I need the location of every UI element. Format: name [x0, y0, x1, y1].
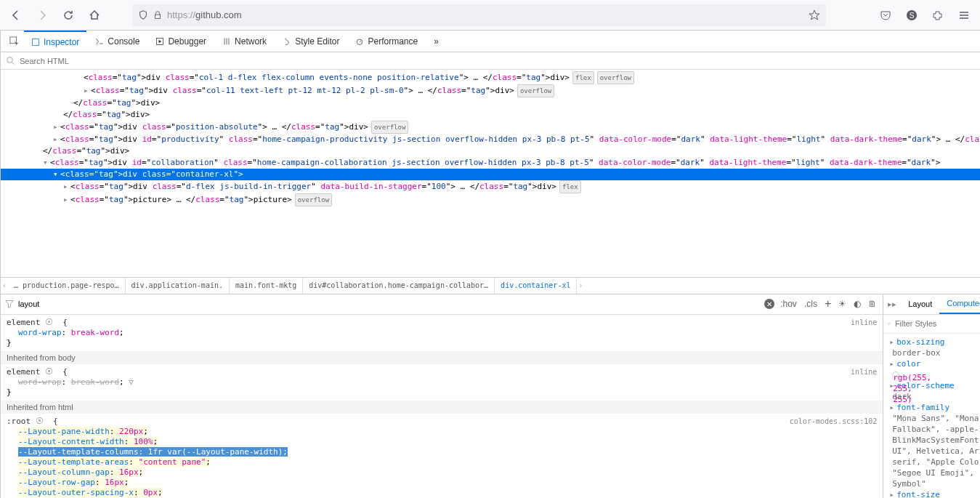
- dom-node[interactable]: </class="tag">div>: [1, 109, 980, 121]
- light-mode-icon[interactable]: ☀: [837, 297, 848, 310]
- devtools-tabs: Inspector Console Debugger Network Style…: [1, 31, 980, 52]
- svg-rect-4: [33, 39, 39, 45]
- pick-element-icon[interactable]: [7, 31, 23, 52]
- devtools: Inspector Console Debugger Network Style…: [0, 31, 980, 498]
- dom-node[interactable]: ▸<class="tag">div class="col-11 text-lef…: [1, 84, 980, 97]
- computed-filter-input[interactable]: [895, 319, 980, 328]
- computed-property[interactable]: ▸color rgb(255, 255, 255): [889, 358, 980, 380]
- account-icon[interactable]: S: [902, 5, 922, 25]
- clear-filter-icon[interactable]: ✕: [764, 299, 774, 309]
- pocket-icon[interactable]: [875, 5, 896, 25]
- tab-console[interactable]: Console: [88, 31, 147, 52]
- computed-property[interactable]: ▸font-family"Mona Sans", "Mona Sans Fall…: [889, 402, 980, 489]
- html-search-bar: +: [1, 52, 980, 70]
- breadcrumbs[interactable]: ‹ … production.page-respo… div.applicati…: [1, 277, 980, 294]
- shield-icon: [138, 10, 148, 20]
- crumb-item[interactable]: … production.page-respo…: [8, 278, 126, 294]
- svg-text:S: S: [910, 12, 915, 20]
- tab-computed[interactable]: Computed: [939, 294, 980, 314]
- menu-icon[interactable]: [954, 5, 974, 25]
- filter-icon: [888, 320, 891, 328]
- computed-property[interactable]: ▸font-size14px: [889, 489, 980, 499]
- dom-node[interactable]: ▸<class="tag">div id="productivity" clas…: [1, 134, 980, 145]
- dom-tree[interactable]: <class="tag">div class="col-1 d-flex fle…: [1, 70, 980, 277]
- tab-style-editor[interactable]: Style Editor: [275, 31, 347, 52]
- crumb-item[interactable]: div#collaboration.home-campaign-collabor…: [303, 278, 495, 294]
- computed-body[interactable]: ▸box-sizingborder-box▸color rgb(255, 255…: [883, 334, 980, 499]
- dom-node[interactable]: </class="tag">div>: [1, 145, 980, 157]
- computed-property[interactable]: ▸color-schemedark: [889, 380, 980, 402]
- add-rule-icon[interactable]: +: [823, 296, 833, 312]
- hov-toggle[interactable]: :hov: [779, 297, 798, 310]
- html-search-input[interactable]: [20, 57, 980, 65]
- tab-debugger[interactable]: Debugger: [148, 31, 214, 52]
- computed-panel: ▸▸ Layout Computed Changes Browser St. ▸…: [883, 294, 980, 499]
- sidebar-toggle-icon[interactable]: ▸▸: [883, 300, 901, 309]
- dom-node[interactable]: ▸<class="tag">div class="position-absolu…: [1, 121, 980, 134]
- extensions-icon[interactable]: [928, 5, 948, 25]
- tabs-overflow-icon[interactable]: »: [426, 31, 446, 52]
- url-bar[interactable]: https://github.com: [132, 4, 826, 26]
- dom-node[interactable]: <class="tag">div class="col-1 d-flex fle…: [1, 71, 980, 84]
- dom-node[interactable]: ▸<class="tag">picture> … </class="tag">p…: [1, 193, 980, 206]
- dark-mode-icon[interactable]: ◐: [852, 297, 862, 310]
- rules-body[interactable]: element ⦿ {inlineword-wrap: break-word;}…: [1, 315, 883, 499]
- svg-rect-0: [155, 15, 161, 18]
- filter-icon: [5, 300, 14, 308]
- svg-point-9: [7, 57, 13, 63]
- dom-node[interactable]: </class="tag">div>: [1, 97, 980, 109]
- bookmark-star-icon[interactable]: [809, 9, 820, 21]
- search-icon: [7, 57, 15, 65]
- rules-filter-input[interactable]: [18, 300, 760, 308]
- lock-icon: [153, 10, 163, 20]
- crumb-item[interactable]: div.container-xl: [495, 278, 577, 294]
- computed-property[interactable]: ▸box-sizingborder-box: [889, 337, 980, 358]
- rules-panel: ✕ :hov .cls + ☀ ◐ 🗎 element ⦿ {inlinewor…: [1, 294, 883, 499]
- tab-layout[interactable]: Layout: [901, 294, 939, 314]
- dom-node[interactable]: ▾<class="tag">div class="container-xl">: [1, 169, 980, 180]
- crumb-item[interactable]: div.application-main.: [126, 278, 230, 294]
- tab-inspector[interactable]: Inspector: [24, 31, 86, 52]
- browser-toolbar: https://github.com S: [0, 0, 980, 31]
- tab-network[interactable]: Network: [215, 31, 274, 52]
- home-button[interactable]: [84, 5, 105, 25]
- crumb-item[interactable]: main.font-mktg: [230, 278, 303, 294]
- crumb-scroll-left-icon[interactable]: ‹: [1, 281, 8, 289]
- back-button[interactable]: [6, 5, 26, 25]
- dom-node[interactable]: ▾<class="tag">div id="collaboration" cla…: [1, 157, 980, 169]
- cls-toggle[interactable]: .cls: [803, 297, 819, 310]
- dom-node[interactable]: ▸<class="tag">div class="d-flex js-build…: [1, 180, 980, 193]
- crumb-scroll-right-icon[interactable]: ›: [577, 281, 584, 289]
- print-mode-icon[interactable]: 🗎: [867, 297, 878, 310]
- forward-button[interactable]: [32, 5, 52, 25]
- url-text: https://github.com: [167, 9, 242, 20]
- reload-button[interactable]: [58, 5, 78, 25]
- tab-performance[interactable]: Performance: [348, 31, 425, 52]
